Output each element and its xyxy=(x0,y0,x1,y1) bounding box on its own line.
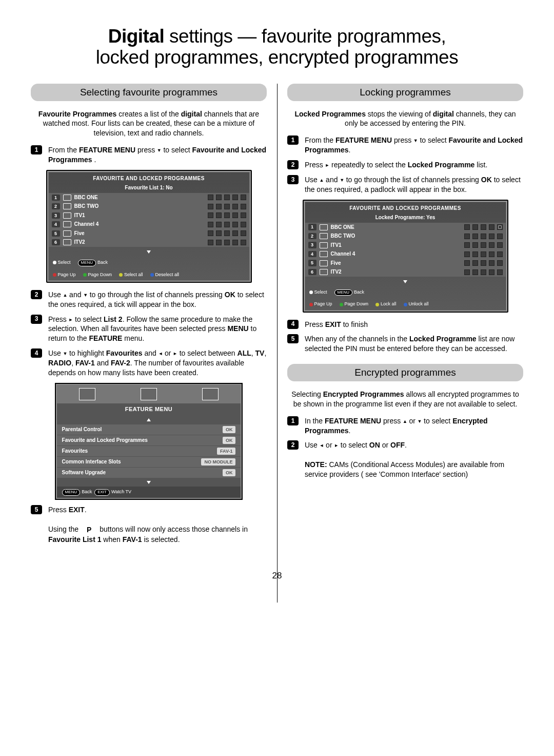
channel-row: 4Channel 4 xyxy=(49,220,249,229)
enc-step-1: In the FEATURE MENU press ▴ or ▾ to sele… xyxy=(305,416,523,436)
feature-menu-row: Favourite and Locked ProgrammesOK xyxy=(57,435,241,445)
fav-step-3: Press ▸ to select List 2. Follow the sam… xyxy=(48,315,267,344)
step-badge: 1 xyxy=(31,145,42,154)
tv-icon xyxy=(63,203,71,209)
lock-step-1: From the FEATURE MENU press ▾ to select … xyxy=(305,135,523,155)
osd-feature-menu: FEATURE MENU Parental ControlOKFavourite… xyxy=(55,383,243,500)
fm-tab-icon xyxy=(79,388,95,400)
feature-menu-row: Parental ControlOK xyxy=(57,424,241,435)
osd-favourite-list: FAVOURITE AND LOCKED PROGRAMMES Favourit… xyxy=(46,170,252,283)
channel-row: 2BBC TWO xyxy=(49,202,249,211)
title-rest1: settings — favourite programmes, xyxy=(164,26,446,47)
osd-title: FAVOURITE AND LOCKED PROGRAMMES xyxy=(49,172,249,185)
column-divider xyxy=(277,84,278,603)
tv-icon xyxy=(320,224,328,230)
lock-step-2: Press ▸ repeatedly to select the Locked … xyxy=(305,160,523,170)
lock-step-5: When any of the channels in the Locked P… xyxy=(305,334,523,354)
section-locking: Locking programmes xyxy=(287,84,523,101)
fav-step-5: Press EXIT. Using the P buttons will now… xyxy=(48,505,267,545)
section-selecting-favourite: Selecting favourite programmes xyxy=(31,84,267,101)
feature-menu-row: Common Interface SlotsNO MODULE xyxy=(57,456,241,467)
fm-footer: MENUBack EXITWatch TV xyxy=(57,487,241,498)
channel-row: 3ITV1 xyxy=(49,211,249,220)
tv-icon xyxy=(320,269,328,275)
channel-row: 4Channel 4 xyxy=(305,249,506,259)
title-bold: Digital xyxy=(108,26,165,47)
fm-tab-icon xyxy=(202,388,219,400)
channel-row: 1BBC ONE xyxy=(305,223,506,232)
section-encrypted: Encrypted programmes xyxy=(287,364,523,381)
page-title: Digital settings — favourite programmes,… xyxy=(31,26,523,68)
tv-icon xyxy=(320,260,328,266)
tv-icon xyxy=(63,195,71,201)
title-line2: locked programmes, encrypted programmes xyxy=(96,47,458,68)
enc-step-2: Use ◂ or ▸ to select ON or OFF. NOTE: CA… xyxy=(305,440,523,479)
fm-tab-icon xyxy=(141,388,157,400)
lock-intro: Locked Programmes stops the viewing of d… xyxy=(287,109,523,129)
channel-row: 5Five xyxy=(305,259,506,268)
tv-icon xyxy=(63,212,71,219)
tv-icon xyxy=(320,251,328,257)
fav-step-2: Use ▴ and ▾ to go through the list of ch… xyxy=(48,290,267,309)
lock-step-3: Use ▴ and ▾ to go through the list of ch… xyxy=(305,175,523,195)
fav-step-4: Use ▾ to highlight Favourites and ◂ or ▸… xyxy=(48,348,267,378)
fm-title: FEATURE MENU xyxy=(57,403,241,415)
tv-icon xyxy=(320,242,328,248)
osd-subtitle: Favourite List 1: No xyxy=(49,184,249,193)
channel-row: 6ITV2 xyxy=(305,267,506,277)
tv-icon xyxy=(63,221,71,227)
lock-step-4: Press EXIT to finish xyxy=(305,320,523,329)
channel-row: 6ITV2 xyxy=(49,238,249,247)
fav-step-1: From the FEATURE MENU press ▾ to select … xyxy=(48,145,267,165)
padlock-icon xyxy=(497,224,503,230)
channel-row: 3ITV1 xyxy=(305,241,506,250)
feature-menu-row: FavouritesFAV-1 xyxy=(57,445,241,456)
channel-row: 2BBC TWO xyxy=(305,231,506,241)
channel-row: 1BBC ONE xyxy=(49,193,249,202)
channel-row: 5Five xyxy=(49,229,249,238)
feature-menu-row: Software UpgradeOK xyxy=(57,467,241,478)
tv-icon xyxy=(63,239,71,245)
fav-intro: Favourite Programmes creates a list of t… xyxy=(31,109,267,139)
encrypted-intro: Selecting Encrypted Programmes allows al… xyxy=(287,390,523,409)
osd-footer: Select MENUBack xyxy=(49,257,249,269)
tv-icon xyxy=(320,233,328,239)
osd-locked-list: FAVOURITE AND LOCKED PROGRAMMES Locked P… xyxy=(303,200,508,313)
tv-icon xyxy=(63,230,71,237)
